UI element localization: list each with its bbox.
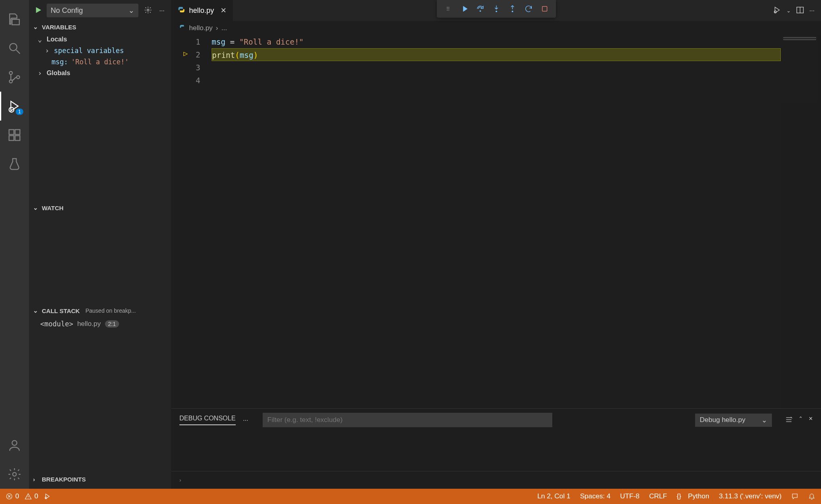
code-content: ▷ msg = "Roll a dice!" print(msg) [212, 35, 821, 408]
settings-gear-icon[interactable] [0, 460, 29, 489]
svg-rect-6 [15, 130, 20, 135]
step-into-button[interactable] [489, 2, 504, 15]
scope-label: Locals [47, 36, 67, 43]
svg-point-2 [9, 80, 12, 83]
frame-module: <module> [40, 320, 73, 328]
variable-value: 'Roll a dice!' [71, 58, 129, 66]
status-warnings[interactable]: 0 [25, 492, 38, 500]
debug-config-select[interactable]: No Config ⌄ [47, 4, 138, 17]
breakpoints-panel: › BREAKPOINTS [29, 473, 171, 489]
status-bell-icon[interactable] [808, 493, 815, 500]
debug-repl[interactable]: › [171, 471, 821, 489]
collapse-icon[interactable]: ⌃ [798, 416, 803, 425]
status-spaces[interactable]: Spaces: 4 [580, 492, 611, 500]
debug-settings-gear-icon[interactable] [142, 4, 154, 17]
clear-console-icon[interactable] [785, 416, 793, 425]
special-variables-row[interactable]: › special variables [29, 45, 171, 56]
code-line [212, 61, 821, 74]
tab-debug-console[interactable]: DEBUG CONSOLE [179, 415, 236, 425]
line-number: 1 [171, 35, 200, 48]
chevron-down-icon: ⌄ [33, 204, 39, 211]
svg-point-11 [147, 9, 149, 11]
chevron-down-icon: ⌄ [38, 35, 43, 43]
svg-rect-15 [542, 6, 547, 11]
split-editor-icon[interactable] [796, 6, 805, 16]
callstack-frame[interactable]: <module> hello.py 2:1 [29, 318, 171, 330]
close-panel-icon[interactable]: ✕ [809, 416, 813, 425]
continue-button[interactable] [457, 2, 471, 15]
watch-panel: ⌄ WATCH [29, 202, 171, 305]
callstack-title: CALL STACK [42, 307, 80, 314]
debug-sidebar: No Config ⌄ ⋯ ⌄ VARIABLES ⌄ Locals › [29, 0, 171, 489]
status-cursor[interactable]: Ln 2, Col 1 [537, 492, 570, 500]
debug-session-select[interactable]: Debug hello.py ⌄ [695, 414, 772, 427]
chevron-down-icon: ⌄ [33, 307, 39, 314]
chevron-down-icon[interactable]: ⌄ [786, 8, 791, 14]
scope-label: Globals [47, 70, 70, 77]
status-feedback-icon[interactable] [791, 493, 798, 500]
restart-button[interactable] [521, 2, 536, 15]
variable-msg-row[interactable]: msg: 'Roll a dice!' [29, 56, 171, 68]
callstack-status: Paused on breakp... [85, 307, 136, 314]
status-language[interactable]: {} Python [677, 492, 709, 500]
debug-config-label: No Config [51, 6, 83, 15]
source-control-icon[interactable] [0, 63, 29, 92]
minimap[interactable] [781, 35, 821, 408]
testing-icon[interactable] [0, 150, 29, 178]
breakpoints-panel-header[interactable]: › BREAKPOINTS [29, 473, 171, 485]
execution-marker-icon: ▷ [183, 49, 188, 57]
close-tab-icon[interactable]: ✕ [220, 6, 226, 15]
svg-point-10 [13, 473, 16, 476]
drag-handle-icon[interactable]: ⠿ [441, 2, 455, 15]
status-debug-icon[interactable] [44, 493, 51, 500]
scope-globals[interactable]: › Globals [29, 68, 171, 79]
svg-point-12 [479, 10, 481, 12]
scope-locals[interactable]: ⌄ Locals [29, 34, 171, 45]
breadcrumb-file: hello.py [189, 24, 213, 32]
chevron-right-icon: › [38, 69, 43, 77]
tab-label: hello.py [189, 6, 214, 15]
accounts-icon[interactable] [0, 431, 29, 460]
session-label: Debug hello.py [700, 416, 745, 424]
step-over-button[interactable] [473, 2, 488, 15]
search-icon[interactable] [0, 34, 29, 63]
python-file-icon [179, 24, 186, 33]
variables-panel-header[interactable]: ⌄ VARIABLES [29, 21, 171, 33]
code-editor[interactable]: 1 2 3 4 ▷ msg = "Roll a dice!" print(msg… [171, 35, 821, 408]
run-debug-icon[interactable]: 1 [0, 92, 29, 121]
svg-point-13 [496, 11, 497, 12]
run-debug-action-icon[interactable] [773, 6, 782, 16]
breadcrumb-more: ... [221, 24, 227, 32]
breadcrumb[interactable]: hello.py › ... [171, 21, 821, 35]
breakpoints-title: BREAKPOINTS [42, 476, 86, 483]
tab-hello-py[interactable]: hello.py ✕ [171, 0, 233, 21]
frame-position: 2:1 [105, 320, 119, 328]
activity-bar: 1 [0, 0, 29, 489]
chevron-right-icon: › [179, 477, 181, 483]
status-encoding[interactable]: UTF-8 [620, 492, 640, 500]
chevron-down-icon: ⌄ [33, 23, 39, 31]
callstack-panel-header[interactable]: ⌄ CALL STACK Paused on breakp... [29, 305, 171, 317]
more-tabs-icon[interactable]: ⋯ [243, 417, 248, 423]
editor-actions: ⌄ ⋯ [773, 0, 821, 21]
bottom-panel: DEBUG CONSOLE ⋯ Debug hello.py ⌄ ⌃ ✕ › [171, 408, 821, 489]
stop-button[interactable] [537, 2, 552, 15]
start-debug-icon[interactable] [34, 6, 43, 16]
more-actions-icon[interactable]: ⋯ [158, 6, 166, 15]
extensions-icon[interactable] [0, 121, 29, 150]
explorer-icon[interactable] [0, 5, 29, 34]
watch-title: WATCH [42, 205, 64, 211]
panel-tabs: DEBUG CONSOLE ⋯ Debug hello.py ⌄ ⌃ ✕ [171, 409, 821, 431]
debug-badge: 1 [16, 109, 23, 115]
watch-panel-header[interactable]: ⌄ WATCH [29, 202, 171, 214]
debug-console-filter [263, 413, 681, 427]
more-editor-actions-icon[interactable]: ⋯ [809, 8, 815, 14]
variables-title: VARIABLES [42, 24, 76, 31]
status-eol[interactable]: CRLF [649, 492, 667, 500]
status-interpreter[interactable]: 3.11.3 ('.venv': venv) [719, 492, 782, 500]
step-out-button[interactable] [505, 2, 520, 15]
python-file-icon [178, 6, 185, 15]
status-errors[interactable]: 0 [6, 492, 19, 500]
svg-point-1 [9, 72, 12, 75]
filter-input[interactable] [263, 413, 552, 427]
